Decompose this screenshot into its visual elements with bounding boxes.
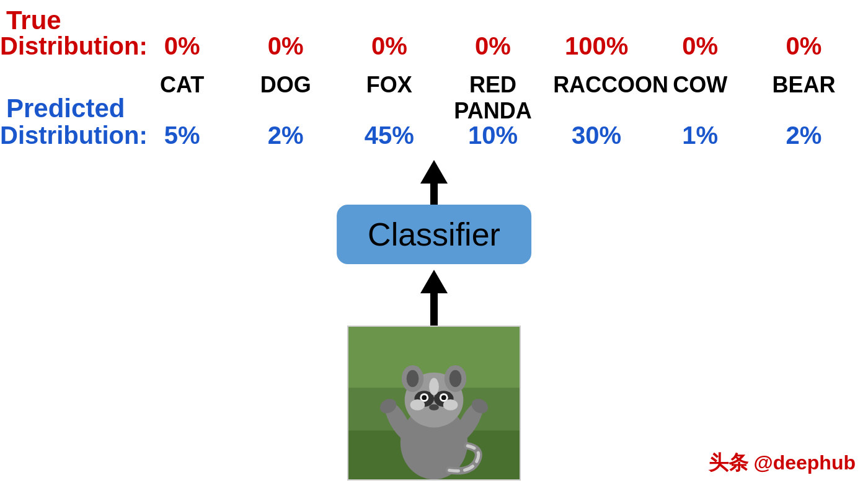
true-val-raccoon: 100% [553,32,640,60]
watermark: 头条 @deephub [709,450,856,477]
predicted-label-line1: Predicted [6,93,125,124]
predicted-distribution-values: 5% 2% 45% 10% 30% 1% 2% [130,122,856,149]
svg-point-17 [410,399,425,410]
predicted-distribution-row-label: Distribution: [0,122,130,149]
svg-point-8 [450,370,462,388]
true-label-line1: True [6,5,61,36]
svg-point-18 [443,399,458,410]
pred-val-dog: 2% [242,122,329,149]
svg-point-7 [407,370,419,388]
svg-point-16 [429,378,439,396]
pred-val-bear: 2% [760,122,847,149]
col-raccoon: RACCOON [553,72,640,124]
true-distribution-row-label: Distribution: [0,32,130,60]
true-distribution-values: 0% 0% 0% 0% 100% 0% 0% [130,32,856,60]
pred-val-cat: 5% [139,122,226,149]
svg-point-14 [441,395,446,400]
pred-val-raccoon: 30% [553,122,640,149]
svg-point-13 [422,395,427,400]
true-distribution-row: Distribution: 0% 0% 0% 0% 100% 0% 0% [0,32,856,60]
col-bear: BEAR [760,72,847,124]
predicted-label: Predicted [6,93,125,124]
true-distribution-label: True [6,5,61,36]
pred-val-redpanda: 10% [450,122,536,149]
col-fox: FOX [346,72,433,124]
col-cat: CAT [139,72,226,124]
svg-point-15 [429,404,439,410]
true-val-dog: 0% [242,32,329,60]
main-container: True Distribution: 0% 0% 0% 0% 100% 0% 0… [0,0,868,488]
column-headers: CAT DOG FOX RED PANDA RACCOON COW BEAR [0,72,856,124]
raccoon-image [347,326,521,481]
arrow-head-bottom [420,270,448,293]
pred-val-cow: 1% [657,122,743,149]
true-val-cow: 0% [657,32,743,60]
col-dog: DOG [242,72,329,124]
predicted-distribution-row: Distribution: 5% 2% 45% 10% 30% 1% 2% [0,122,856,149]
pred-val-fox: 45% [346,122,433,149]
true-val-bear: 0% [760,32,847,60]
watermark-text: 头条 @deephub [709,451,856,474]
raccoon-svg [348,326,520,481]
col-cow: COW [657,72,743,124]
arrow-head-top [420,160,448,184]
true-val-cat: 0% [139,32,226,60]
column-header-values: CAT DOG FOX RED PANDA RACCOON COW BEAR [130,72,856,124]
true-val-fox: 0% [346,32,433,60]
classifier-box: Classifier [337,205,531,264]
classifier-label: Classifier [368,216,500,252]
col-redpanda: RED PANDA [450,72,536,124]
true-val-redpanda: 0% [450,32,536,60]
